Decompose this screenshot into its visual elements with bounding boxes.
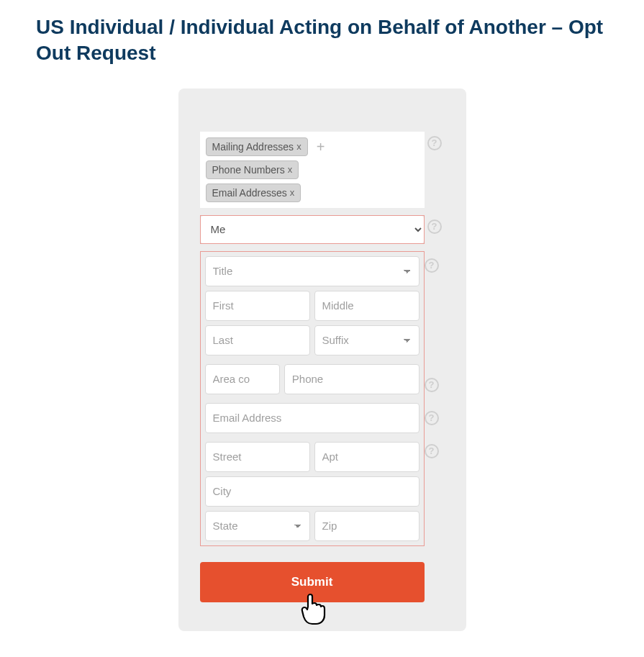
tag-label: Phone Numbers [212, 164, 285, 176]
area-code-input[interactable] [205, 364, 280, 394]
email-input[interactable] [205, 403, 419, 433]
subject-select[interactable]: Me [201, 216, 424, 243]
submit-label: Submit [291, 575, 333, 589]
close-icon[interactable]: x [290, 187, 295, 198]
selected-fields-box: Mailing Addresses x + Phone Numbers x [200, 132, 425, 208]
last-name-input[interactable] [205, 325, 310, 355]
help-icon[interactable]: ? [425, 444, 439, 458]
help-icon[interactable]: ? [425, 378, 439, 392]
page-title: US Individual / Individual Acting on Beh… [36, 14, 608, 67]
first-name-input[interactable] [205, 291, 310, 321]
city-input[interactable] [205, 476, 419, 507]
apt-input[interactable] [314, 442, 419, 472]
help-icon[interactable]: ? [425, 258, 439, 273]
state-select[interactable] [205, 511, 310, 541]
close-icon[interactable]: x [296, 141, 301, 152]
tag-label: Email Addresses [212, 187, 287, 199]
zip-input[interactable] [314, 511, 419, 541]
add-field-button[interactable]: + [312, 140, 330, 154]
tag-phone-numbers[interactable]: Phone Numbers x [206, 160, 299, 179]
close-icon[interactable]: x [288, 164, 293, 175]
tag-mailing-addresses[interactable]: Mailing Addresses x [206, 137, 308, 156]
help-icon[interactable]: ? [427, 219, 442, 234]
form-card: Mailing Addresses x + Phone Numbers x [178, 89, 466, 631]
tag-label: Mailing Addresses [212, 141, 294, 153]
suffix-select[interactable] [314, 325, 419, 355]
phone-input[interactable] [284, 364, 419, 394]
middle-name-input[interactable] [314, 291, 419, 321]
title-select[interactable] [205, 256, 419, 286]
cursor-hand-icon [298, 591, 327, 625]
help-icon[interactable]: ? [425, 411, 439, 425]
street-input[interactable] [205, 442, 310, 472]
help-icon[interactable]: ? [427, 136, 442, 150]
submit-button[interactable]: Submit [200, 562, 425, 602]
tag-email-addresses[interactable]: Email Addresses x [206, 183, 301, 202]
